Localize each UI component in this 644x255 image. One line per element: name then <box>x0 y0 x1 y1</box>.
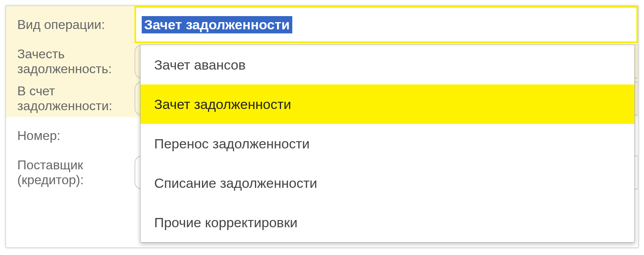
operation-type-dropdown: Зачет авансов Зачет задолженности Перено… <box>140 45 635 243</box>
form-container: Вид операции: Зачет задолженности Зачест… <box>6 6 638 248</box>
dropdown-item-debt-transfer[interactable]: Перенос задолженности <box>141 124 634 163</box>
row-operation-type: Вид операции: Зачет задолженности <box>6 6 638 43</box>
dropdown-item-debt-writeoff[interactable]: Списание задолженности <box>141 163 634 203</box>
input-operation-type-value: Зачет задолженности <box>142 16 292 33</box>
input-operation-type[interactable]: Зачет задолженности <box>135 6 638 43</box>
dropdown-item-debt-offset[interactable]: Зачет задолженности <box>141 84 634 124</box>
label-against-debt: В счет задолженности: <box>6 84 135 113</box>
label-number: Номер: <box>6 128 135 143</box>
dropdown-item-advance-offset[interactable]: Зачет авансов <box>141 45 634 84</box>
label-credit-debt: Зачесть задолженность: <box>6 47 135 76</box>
label-operation-type: Вид операции: <box>6 17 135 32</box>
dropdown-item-other-adjustments[interactable]: Прочие корректировки <box>141 203 634 242</box>
label-supplier: Поставщик (кредитор): <box>6 158 135 187</box>
